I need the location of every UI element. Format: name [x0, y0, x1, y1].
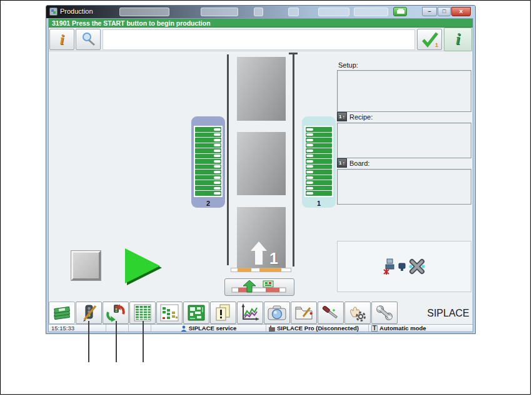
statistics-button[interactable] [237, 302, 263, 324]
feeder-slot [195, 138, 221, 143]
conveyor-rail-left [227, 54, 229, 265]
pcb-board-top [237, 57, 286, 121]
feeder-slot [195, 175, 221, 180]
callout-line-2 [116, 321, 117, 362]
component-status-icon [159, 303, 180, 322]
recipe-label: Recipe: [349, 113, 373, 121]
production-window: Production – □ × 31901 Press the START b… [46, 5, 476, 334]
status-empty-cell [106, 325, 129, 332]
info-button[interactable]: i [49, 29, 74, 50]
component-status-button[interactable] [156, 302, 183, 324]
feeder-slot-list [194, 126, 223, 197]
feeder-slot [195, 148, 221, 153]
window-title: Production [60, 8, 93, 15]
messages-button[interactable] [210, 302, 236, 324]
close-button[interactable]: × [451, 7, 471, 16]
feeder-slot [195, 186, 221, 191]
connection-label: SIPLACE Pro (Disconnected) [277, 325, 359, 332]
feeder-slot [195, 180, 221, 185]
feeder-slot [306, 186, 332, 191]
feeder-slot [195, 133, 221, 138]
feeder-slot [195, 170, 221, 175]
callout-line-1 [88, 321, 89, 362]
pcb-view-button[interactable] [183, 302, 209, 324]
hand-gear-icon [347, 303, 368, 322]
feeder-slot [306, 165, 332, 170]
stop-button[interactable] [71, 251, 101, 280]
feeder-slot [306, 180, 332, 185]
help-button[interactable]: i [444, 28, 472, 51]
wrench-button[interactable] [371, 302, 398, 324]
feeder-slot [306, 148, 332, 153]
status-bar: 15:15:33 SIPLACE service S [49, 324, 473, 332]
titlebar-faded-control [201, 8, 238, 16]
screenshot-canvas: Production – □ × 31901 Press the START b… [0, 0, 531, 395]
recipe-tag-icon: 1↑ [337, 112, 347, 121]
feeder-slot [306, 127, 332, 132]
callout-line-3 [143, 321, 144, 362]
maximize-button[interactable]: □ [438, 7, 451, 16]
wrench-icon [374, 303, 395, 322]
bank-label: 1 [302, 200, 336, 207]
feeder-slot [306, 175, 332, 180]
confirm-button[interactable]: 1 [417, 29, 442, 50]
feeder-slot [306, 138, 332, 143]
folder-edit-button[interactable] [291, 302, 317, 324]
feeder-slot [306, 170, 332, 175]
boards-stack-button[interactable] [49, 302, 75, 324]
boards-stack-icon [51, 303, 73, 322]
help-info-icon: i [456, 30, 460, 49]
board-tag-icon: 1↑ [337, 158, 347, 168]
feeder-slot [306, 133, 332, 138]
feeder-bank-1[interactable]: 1 [302, 116, 336, 208]
board-box [337, 169, 471, 205]
titlebar-faded-control [119, 8, 169, 16]
mode-icon: T [371, 325, 378, 332]
feeder-slot [195, 165, 221, 170]
monitor-icon [398, 261, 406, 272]
transport-button[interactable] [224, 278, 294, 296]
screwdriver-icon [320, 303, 341, 322]
camera-icon [266, 303, 288, 322]
screwdriver-button[interactable] [318, 302, 344, 324]
service-label: SIPLACE service [189, 325, 237, 332]
start-button[interactable] [125, 248, 160, 283]
titlebar-faded-control [318, 8, 349, 16]
operator-robot-icon [383, 258, 396, 275]
feeder-table-icon [132, 303, 153, 322]
status-connection: SIPLACE Pro (Disconnected) [266, 325, 369, 332]
machine-icon [269, 325, 275, 332]
up-arrow-icon [251, 241, 268, 265]
tag-arrow: ↑ [342, 114, 345, 120]
camera-button[interactable] [264, 302, 290, 324]
pcb-board-bottom: 1 [237, 207, 286, 268]
print-button[interactable] [393, 7, 407, 16]
statistics-icon [239, 303, 261, 322]
tag-number: 1 [339, 114, 341, 119]
inspect-button[interactable] [76, 29, 101, 50]
feeder-slot [195, 143, 221, 148]
transport-direction-marker: 1 [251, 241, 278, 265]
minimize-button[interactable]: – [422, 7, 437, 16]
status-mode: T Automatic mode [369, 325, 473, 332]
status-service: SIPLACE service [151, 325, 266, 332]
feeder-slot [195, 191, 221, 196]
setup-box [337, 70, 471, 112]
folder-edit-icon [293, 303, 314, 322]
user-icon [181, 325, 187, 332]
feeder-slot [306, 191, 332, 196]
pcb-board-middle [237, 132, 286, 195]
feeder-bank-2[interactable]: 2 [191, 116, 225, 208]
magnifier-icon [80, 31, 96, 48]
setup-label: Setup: [338, 61, 358, 69]
conveyor-belt-strip [231, 268, 291, 272]
traffic-light-refresh-icon [105, 303, 126, 322]
pcb-view-icon [186, 303, 207, 322]
manual-operations-button[interactable] [344, 302, 371, 324]
board-label: Board: [349, 160, 369, 167]
feeder-slot [306, 159, 332, 164]
transport-icon [231, 280, 288, 294]
tag-arrow: ↑ [342, 160, 345, 166]
message-strip [103, 29, 415, 50]
window-titlebar[interactable]: Production – □ × [46, 6, 475, 18]
